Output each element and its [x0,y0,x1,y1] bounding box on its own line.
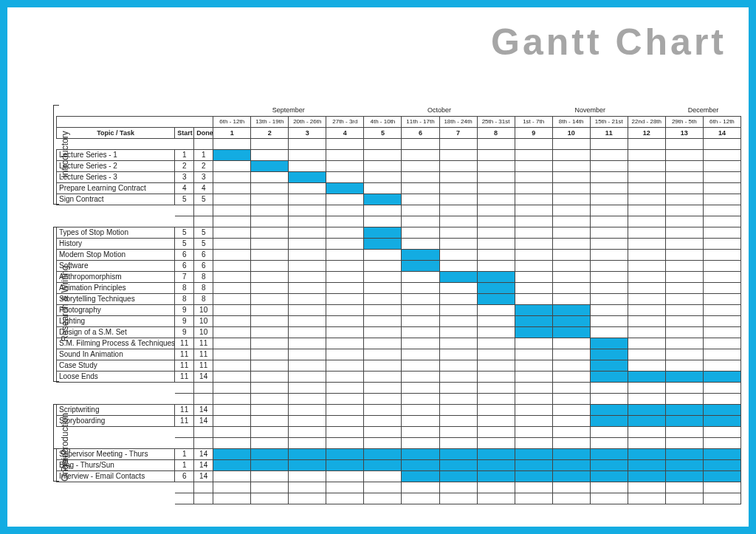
gantt-cell [477,182,515,194]
task-label: Animation Principles [57,282,175,293]
gantt-cell [213,293,251,304]
col-header-start: Start [175,127,194,138]
gantt-cell [703,149,740,160]
gantt-cell [477,338,515,349]
gantt-cell [552,415,590,426]
task-start: 9 [175,304,194,315]
gantt-cell [703,404,740,415]
gantt-cell [477,260,515,271]
gantt-cell [439,160,477,171]
gantt-cell [326,249,364,260]
gantt-cell [326,182,364,194]
gantt-cell [477,282,515,293]
gantt-cell [590,459,628,470]
gantt-cell [213,415,251,426]
gantt-cell [402,149,439,160]
gantt-cell [251,404,289,415]
gantt-cell [364,459,402,470]
month-header: December [665,105,740,116]
task-start: 11 [175,415,194,426]
gantt-cell [326,260,364,271]
gantt-cell [665,326,703,338]
task-start: 5 [175,194,194,205]
gantt-cell [477,448,515,459]
gantt-cell [590,448,628,459]
task-label: S.M. Filming Process & Techniques [57,338,175,349]
gantt-cell [439,326,477,338]
month-header: October [364,105,515,116]
gantt-cell [628,149,665,160]
gantt-cell [213,160,251,171]
gantt-cell [439,304,477,315]
task-done: 11 [194,360,213,371]
gantt-cell [289,371,326,382]
gantt-cell [213,338,251,349]
gantt-cell [251,160,289,171]
gantt-cell [703,448,740,459]
gantt-cell [402,448,439,459]
gantt-cell [590,470,628,482]
gantt-cell [703,227,740,238]
gantt-cell [628,194,665,205]
gantt-cell [439,293,477,304]
gantt-cell [477,271,515,282]
gantt-cell [439,260,477,271]
task-done: 10 [194,326,213,338]
gantt-cell [213,459,251,470]
task-label: Scriptwriting [57,404,175,415]
gantt-cell [326,360,364,371]
date-range-header: 1st - 7th [515,116,552,127]
gantt-cell [665,227,703,238]
gantt-cell [251,448,289,459]
gantt-cell [213,260,251,271]
gantt-cell [251,326,289,338]
task-label: Loose Ends [57,371,175,382]
gantt-cell [552,470,590,482]
task-done: 11 [194,338,213,349]
gantt-cell [213,448,251,459]
gantt-cell [515,315,552,326]
gantt-cell [703,315,740,326]
task-label: Design of a S.M. Set [57,326,175,338]
gantt-cell [289,249,326,260]
gantt-cell [628,171,665,182]
gantt-cell [289,448,326,459]
date-range-header: 4th - 10th [364,116,402,127]
gantt-cell [402,349,439,360]
gantt-cell [515,160,552,171]
gantt-cell [289,160,326,171]
gantt-cell [289,171,326,182]
gantt-cell [289,404,326,415]
gantt-cell [251,171,289,182]
gantt-cell [515,149,552,160]
gantt-cell [364,249,402,260]
month-header: November [515,105,665,116]
task-label: Sound In Animation [57,349,175,360]
gantt-cell [439,282,477,293]
gantt-cell [364,227,402,238]
task-done: 5 [194,238,213,249]
gantt-cell [590,238,628,249]
task-done: 14 [194,448,213,459]
task-start: 5 [175,227,194,238]
date-range-header: 13th - 19th [251,116,289,127]
task-label: Lecture Series - 2 [57,160,175,171]
gantt-cell [326,171,364,182]
gantt-cell [552,182,590,194]
gantt-cell [251,249,289,260]
gantt-cell [289,271,326,282]
week-header: 14 [703,127,740,138]
gantt-cell [439,227,477,238]
group-label: Ongoing [60,420,70,509]
gantt-cell [590,315,628,326]
group-label: Research & Writing [60,259,70,348]
gantt-cell [552,227,590,238]
task-label: Lecture Series - 3 [57,171,175,182]
gantt-cell [628,338,665,349]
gantt-cell [402,260,439,271]
gantt-cell [515,260,552,271]
month-header: September [213,105,364,116]
gantt-cell [515,470,552,482]
task-label: Anthropomorphism [57,271,175,282]
gantt-cell [402,227,439,238]
